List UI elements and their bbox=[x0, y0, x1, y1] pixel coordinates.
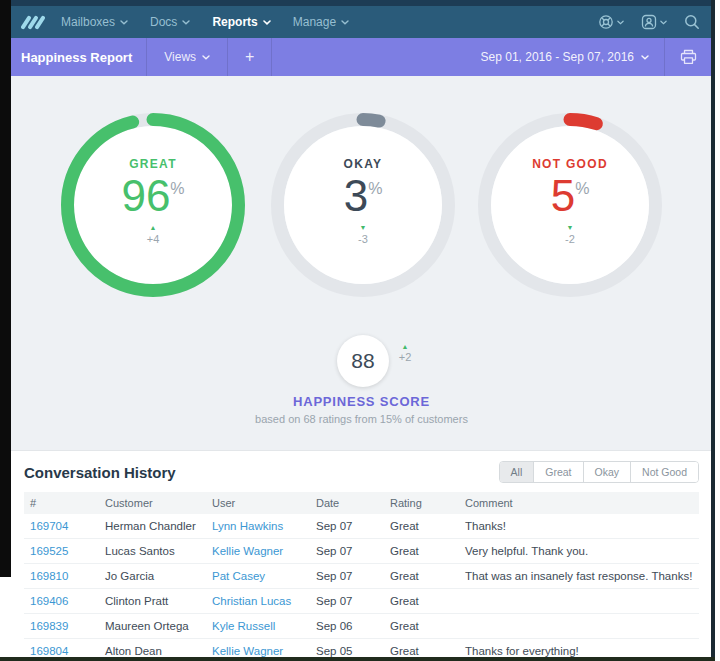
history-header: Conversation History All Great Okay Not … bbox=[24, 454, 699, 490]
user-link[interactable]: Kyle Russell bbox=[212, 620, 275, 632]
nav-item-mailboxes[interactable]: Mailboxes bbox=[61, 15, 128, 29]
right-margin bbox=[715, 0, 720, 661]
cell-date: Sep 06 bbox=[310, 614, 384, 639]
col-header-customer: Customer bbox=[99, 492, 206, 514]
gauge-label: GREAT bbox=[129, 157, 177, 171]
date-range-label: Sep 01, 2016 - Sep 07, 2016 bbox=[481, 50, 634, 64]
gauge-content: NOT GOOD 5 % ▼ -2 bbox=[478, 113, 662, 297]
chevron-down-icon bbox=[641, 55, 649, 60]
nav-item-manage[interactable]: Manage bbox=[293, 15, 349, 29]
cell-date: Sep 07 bbox=[310, 539, 384, 564]
views-label: Views bbox=[164, 50, 196, 64]
gauge-value: 3 % bbox=[344, 173, 383, 219]
account-icon bbox=[641, 14, 657, 30]
page-title: Happiness Report bbox=[11, 50, 146, 65]
happiness-score-subtitle: based on 68 ratings from 15% of customer… bbox=[11, 413, 712, 425]
filter-okay-button[interactable]: Okay bbox=[583, 462, 631, 482]
conversation-link[interactable]: 169804 bbox=[30, 645, 68, 657]
cell-comment: Very helpful. Thank you. bbox=[459, 539, 699, 564]
search-button[interactable] bbox=[684, 14, 700, 30]
cell-customer: Clinton Pratt bbox=[99, 589, 206, 614]
gauge-value: 96 % bbox=[121, 173, 184, 219]
user-link[interactable]: Kellie Wagner bbox=[212, 645, 283, 657]
gauge-label: NOT GOOD bbox=[532, 157, 608, 171]
col-header-comment: Comment bbox=[459, 492, 699, 514]
cell-comment bbox=[459, 589, 699, 614]
conversation-link[interactable]: 169406 bbox=[30, 595, 68, 607]
conversation-link[interactable]: 169810 bbox=[30, 570, 68, 582]
chevron-down-icon bbox=[660, 20, 667, 25]
col-header-rating: Rating bbox=[384, 492, 459, 514]
gauge-content: OKAY 3 % ▼ -3 bbox=[271, 113, 455, 297]
table-header-row: # Customer User Date Rating Comment bbox=[24, 492, 699, 514]
helpscout-logo-icon[interactable] bbox=[21, 14, 45, 31]
toolbar-divider bbox=[271, 38, 272, 76]
cell-rating: Great bbox=[384, 589, 459, 614]
search-icon bbox=[684, 14, 700, 30]
filter-all-button[interactable]: All bbox=[500, 462, 534, 482]
nav-item-label: Reports bbox=[212, 15, 257, 29]
print-button[interactable] bbox=[665, 38, 712, 76]
table-row: 169525 Lucas Santos Kellie Wagner Sep 07… bbox=[24, 539, 699, 564]
filter-great-button[interactable]: Great bbox=[533, 462, 582, 482]
conversation-link[interactable]: 169704 bbox=[30, 520, 68, 532]
cell-date: Sep 07 bbox=[310, 514, 384, 539]
gauge-delta: -3 bbox=[358, 233, 368, 245]
cell-rating: Great bbox=[384, 514, 459, 539]
gauge-value: 5 % bbox=[551, 173, 590, 219]
gauge-not-good: NOT GOOD 5 % ▼ -2 bbox=[478, 113, 662, 297]
account-menu-button[interactable] bbox=[641, 14, 667, 30]
cell-comment: Thanks! bbox=[459, 514, 699, 539]
nav-right bbox=[598, 14, 700, 30]
trend-up-icon: ▲ bbox=[150, 224, 157, 231]
nav-item-docs[interactable]: Docs bbox=[150, 15, 190, 29]
date-range-picker[interactable]: Sep 01, 2016 - Sep 07, 2016 bbox=[466, 38, 664, 76]
user-link[interactable]: Christian Lucas bbox=[212, 595, 291, 607]
cell-user: Kyle Russell bbox=[206, 614, 310, 639]
cell-rating: Great bbox=[384, 539, 459, 564]
help-menu-button[interactable] bbox=[598, 14, 624, 30]
cell-comment: That was an insanely fast response. Than… bbox=[459, 564, 699, 589]
table-row: 169406 Clinton Pratt Christian Lucas Sep… bbox=[24, 589, 699, 614]
nav-item-label: Docs bbox=[150, 15, 177, 29]
table-row: 169704 Herman Chandler Lynn Hawkins Sep … bbox=[24, 514, 699, 539]
chevron-down-icon bbox=[263, 20, 271, 25]
add-view-button[interactable]: + bbox=[228, 38, 271, 76]
chevron-down-icon bbox=[182, 20, 190, 25]
cell-id: 169810 bbox=[24, 564, 99, 589]
cell-id: 169839 bbox=[24, 614, 99, 639]
trend-up-icon: ▲ bbox=[390, 343, 420, 350]
left-edge bbox=[0, 0, 11, 577]
table-row: 169839 Maureen Ortega Kyle Russell Sep 0… bbox=[24, 614, 699, 639]
conversation-link[interactable]: 169525 bbox=[30, 545, 68, 557]
cell-id: 169704 bbox=[24, 514, 99, 539]
cell-rating: Great bbox=[384, 614, 459, 639]
col-header-user: User bbox=[206, 492, 310, 514]
cell-customer: Herman Chandler bbox=[99, 514, 206, 539]
cell-rating: Great bbox=[384, 564, 459, 589]
user-link[interactable]: Pat Casey bbox=[212, 570, 265, 582]
conversation-link[interactable]: 169839 bbox=[30, 620, 68, 632]
gauge-delta: -2 bbox=[565, 233, 575, 245]
nav-item-reports[interactable]: Reports bbox=[212, 15, 270, 29]
chevron-down-icon bbox=[120, 20, 128, 25]
happiness-score-delta: ▲ +2 bbox=[390, 343, 420, 363]
cell-user: Pat Casey bbox=[206, 564, 310, 589]
cell-id: 169406 bbox=[24, 589, 99, 614]
filter-not-good-button[interactable]: Not Good bbox=[630, 462, 698, 482]
conversation-history-section: Conversation History All Great Okay Not … bbox=[11, 450, 712, 657]
user-link[interactable]: Lynn Hawkins bbox=[212, 520, 283, 532]
cell-user: Kellie Wagner bbox=[206, 539, 310, 564]
conversation-table: # Customer User Date Rating Comment 1697… bbox=[24, 492, 699, 661]
nav-menu: Mailboxes Docs Reports Manage bbox=[61, 15, 349, 29]
cell-user: Christian Lucas bbox=[206, 589, 310, 614]
bottom-edge bbox=[0, 657, 715, 661]
chevron-down-icon bbox=[617, 20, 624, 25]
user-link[interactable]: Kellie Wagner bbox=[212, 545, 283, 557]
happiness-score-circle: 88 bbox=[337, 335, 389, 387]
views-dropdown[interactable]: Views bbox=[147, 38, 227, 76]
chevron-down-icon bbox=[202, 55, 210, 60]
printer-icon bbox=[680, 49, 697, 65]
gauge-content: GREAT 96 % ▲ +4 bbox=[61, 113, 245, 297]
chevron-down-icon bbox=[341, 20, 349, 25]
